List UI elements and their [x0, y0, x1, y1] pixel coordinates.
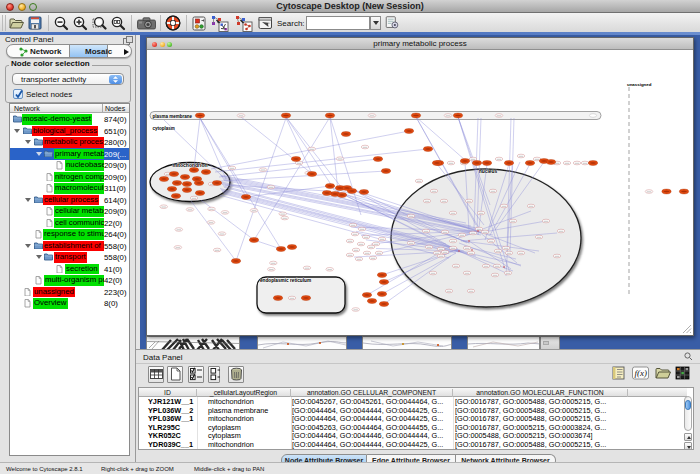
svg-text:cytoplasm: cytoplasm — [153, 126, 175, 131]
svg-text:nucleus: nucleus — [479, 169, 498, 174]
svg-text:plasma membrane: plasma membrane — [153, 114, 193, 119]
svg-text:unassigned: unassigned — [627, 82, 652, 87]
svg-text:endoplasmic reticulum: endoplasmic reticulum — [260, 278, 311, 283]
svg-text:mitochondrion: mitochondrion — [173, 162, 208, 168]
svg-text:f(x): f(x) — [635, 368, 648, 378]
